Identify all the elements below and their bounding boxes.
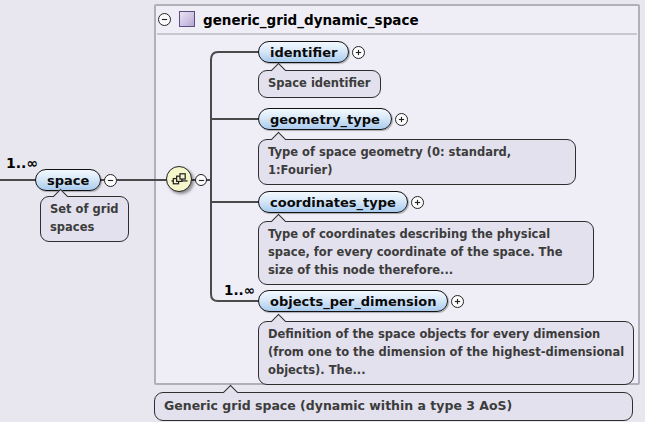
- expand-icon[interactable]: [451, 295, 464, 308]
- cardinality-label: 1..∞: [6, 155, 38, 171]
- annotation-coordinates-type: Type of coordinates describing the physi…: [258, 221, 594, 285]
- header-separator: [157, 33, 637, 35]
- annotation-space: Set of grid spaces: [40, 196, 129, 242]
- annotation-identifier: Space identifier: [258, 70, 381, 98]
- expand-icon[interactable]: [411, 196, 424, 209]
- collapse-icon[interactable]: [104, 174, 117, 187]
- cardinality-label: 1..∞: [224, 282, 255, 298]
- node-space[interactable]: space: [35, 169, 101, 191]
- node-identifier[interactable]: identifier: [258, 41, 349, 63]
- collapse-icon[interactable]: [195, 174, 207, 186]
- sequence-compositor-icon[interactable]: [166, 166, 192, 192]
- element-icon: [179, 11, 195, 27]
- annotation-objects-per-dimension: Definition of the space objects for ever…: [258, 321, 634, 385]
- node-coordinates-type[interactable]: coordinates_type: [258, 191, 408, 213]
- schema-diagram: generic_grid_dynamic_space 1..∞ space Se…: [0, 0, 645, 422]
- expand-icon[interactable]: [352, 46, 365, 59]
- node-geometry-type[interactable]: geometry_type: [258, 108, 392, 130]
- node-objects-per-dimension[interactable]: objects_per_dimension: [258, 290, 448, 312]
- collapse-icon[interactable]: [158, 13, 171, 26]
- root-element-title: generic_grid_dynamic_space: [203, 12, 419, 28]
- annotation-geometry-type: Type of space geometry (0: standard, 1:F…: [258, 139, 576, 185]
- expand-icon[interactable]: [395, 113, 408, 126]
- annotation-root: Generic grid space (dynamic within a typ…: [154, 392, 633, 421]
